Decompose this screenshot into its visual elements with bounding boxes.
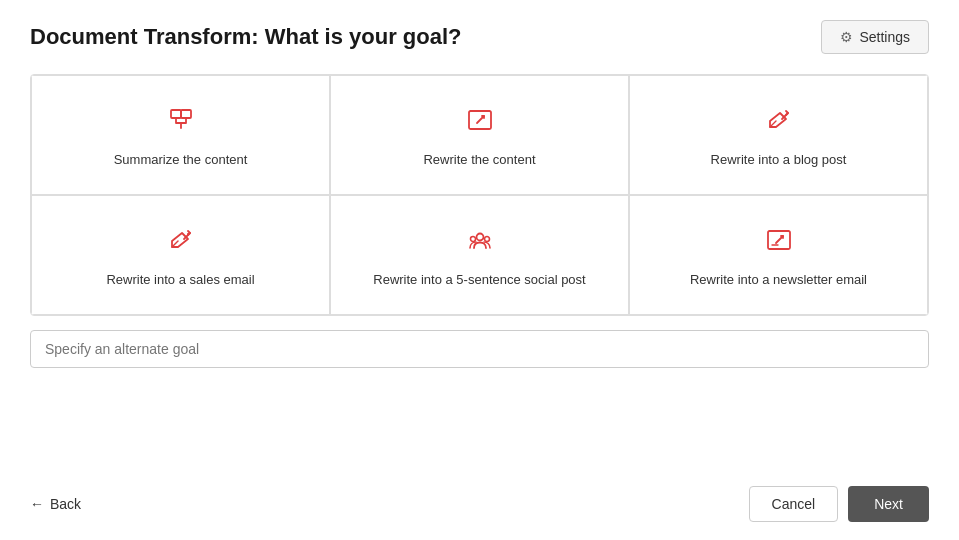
rewrite-icon — [465, 105, 495, 139]
main-content: Summarize the content Rewrite the conten… — [0, 64, 959, 474]
goal-option-blog-label: Rewrite into a blog post — [711, 151, 847, 169]
goal-option-newsletter[interactable]: Rewrite into a newsletter email — [629, 195, 928, 315]
svg-rect-0 — [171, 110, 181, 118]
cancel-label: Cancel — [772, 496, 816, 512]
goal-option-social-label: Rewrite into a 5-sentence social post — [373, 271, 585, 289]
svg-point-3 — [187, 233, 189, 235]
blog-icon — [764, 105, 794, 139]
footer: ← Back Cancel Next — [0, 474, 959, 540]
alternate-goal-input[interactable] — [30, 330, 929, 368]
page-header: Document Transform: What is your goal? ⚙… — [0, 0, 959, 64]
cancel-button[interactable]: Cancel — [749, 486, 839, 522]
goal-option-rewrite-label: Rewrite the content — [423, 151, 535, 169]
next-label: Next — [874, 496, 903, 512]
goal-option-newsletter-label: Rewrite into a newsletter email — [690, 271, 867, 289]
next-button[interactable]: Next — [848, 486, 929, 522]
gear-icon: ⚙ — [840, 29, 853, 45]
sales-icon — [166, 225, 196, 259]
newsletter-icon — [764, 225, 794, 259]
svg-point-5 — [470, 236, 475, 241]
settings-label: Settings — [859, 29, 910, 45]
svg-point-6 — [484, 236, 489, 241]
goal-grid: Summarize the content Rewrite the conten… — [30, 74, 929, 316]
footer-actions: Cancel Next — [749, 486, 929, 522]
goal-option-blog[interactable]: Rewrite into a blog post — [629, 75, 928, 195]
social-icon — [465, 225, 495, 259]
svg-point-4 — [476, 233, 483, 240]
page-title: Document Transform: What is your goal? — [30, 24, 461, 50]
goal-option-summarize-label: Summarize the content — [114, 151, 248, 169]
back-button[interactable]: ← Back — [30, 496, 81, 512]
back-label: Back — [50, 496, 81, 512]
goal-option-social[interactable]: Rewrite into a 5-sentence social post — [330, 195, 629, 315]
goal-option-sales[interactable]: Rewrite into a sales email — [31, 195, 330, 315]
goal-option-sales-label: Rewrite into a sales email — [106, 271, 254, 289]
summarize-icon — [166, 105, 196, 139]
back-arrow-icon: ← — [30, 496, 44, 512]
goal-option-summarize[interactable]: Summarize the content — [31, 75, 330, 195]
svg-rect-1 — [181, 110, 191, 118]
goal-option-rewrite[interactable]: Rewrite the content — [330, 75, 629, 195]
settings-button[interactable]: ⚙ Settings — [821, 20, 929, 54]
